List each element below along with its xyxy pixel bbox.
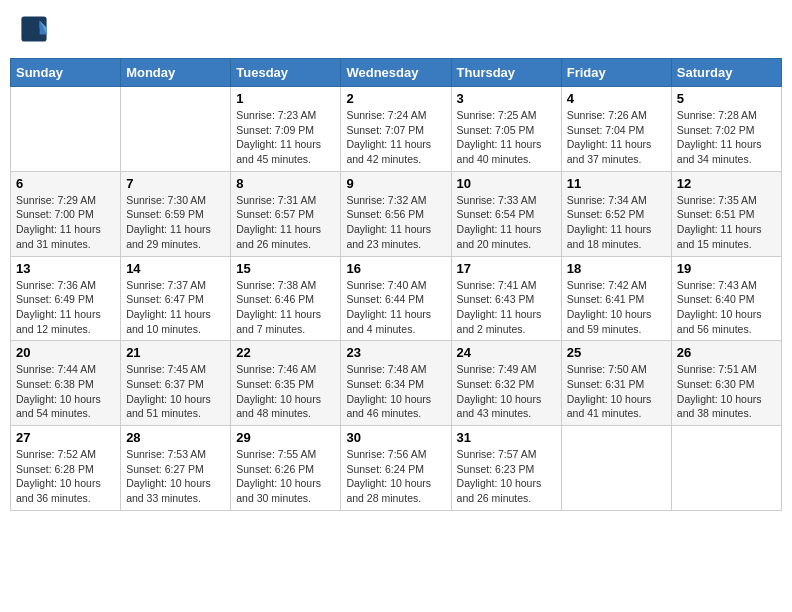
day-number: 14 bbox=[126, 261, 225, 276]
day-info: Sunrise: 7:26 AM Sunset: 7:04 PM Dayligh… bbox=[567, 108, 666, 167]
day-number: 29 bbox=[236, 430, 335, 445]
calendar-cell: 5Sunrise: 7:28 AM Sunset: 7:02 PM Daylig… bbox=[671, 87, 781, 172]
day-number: 23 bbox=[346, 345, 445, 360]
calendar-cell: 14Sunrise: 7:37 AM Sunset: 6:47 PM Dayli… bbox=[121, 256, 231, 341]
calendar-cell: 31Sunrise: 7:57 AM Sunset: 6:23 PM Dayli… bbox=[451, 426, 561, 511]
calendar-cell: 18Sunrise: 7:42 AM Sunset: 6:41 PM Dayli… bbox=[561, 256, 671, 341]
day-info: Sunrise: 7:41 AM Sunset: 6:43 PM Dayligh… bbox=[457, 278, 556, 337]
calendar-week-row: 20Sunrise: 7:44 AM Sunset: 6:38 PM Dayli… bbox=[11, 341, 782, 426]
logo-icon bbox=[20, 15, 48, 43]
day-info: Sunrise: 7:45 AM Sunset: 6:37 PM Dayligh… bbox=[126, 362, 225, 421]
day-info: Sunrise: 7:55 AM Sunset: 6:26 PM Dayligh… bbox=[236, 447, 335, 506]
day-number: 15 bbox=[236, 261, 335, 276]
day-info: Sunrise: 7:37 AM Sunset: 6:47 PM Dayligh… bbox=[126, 278, 225, 337]
day-info: Sunrise: 7:23 AM Sunset: 7:09 PM Dayligh… bbox=[236, 108, 335, 167]
day-number: 3 bbox=[457, 91, 556, 106]
day-number: 30 bbox=[346, 430, 445, 445]
day-info: Sunrise: 7:43 AM Sunset: 6:40 PM Dayligh… bbox=[677, 278, 776, 337]
day-number: 16 bbox=[346, 261, 445, 276]
day-number: 12 bbox=[677, 176, 776, 191]
day-info: Sunrise: 7:50 AM Sunset: 6:31 PM Dayligh… bbox=[567, 362, 666, 421]
day-info: Sunrise: 7:51 AM Sunset: 6:30 PM Dayligh… bbox=[677, 362, 776, 421]
calendar-cell: 12Sunrise: 7:35 AM Sunset: 6:51 PM Dayli… bbox=[671, 171, 781, 256]
calendar-cell: 16Sunrise: 7:40 AM Sunset: 6:44 PM Dayli… bbox=[341, 256, 451, 341]
day-info: Sunrise: 7:40 AM Sunset: 6:44 PM Dayligh… bbox=[346, 278, 445, 337]
day-header-saturday: Saturday bbox=[671, 59, 781, 87]
day-info: Sunrise: 7:38 AM Sunset: 6:46 PM Dayligh… bbox=[236, 278, 335, 337]
day-number: 5 bbox=[677, 91, 776, 106]
day-info: Sunrise: 7:46 AM Sunset: 6:35 PM Dayligh… bbox=[236, 362, 335, 421]
day-header-friday: Friday bbox=[561, 59, 671, 87]
day-number: 24 bbox=[457, 345, 556, 360]
day-info: Sunrise: 7:56 AM Sunset: 6:24 PM Dayligh… bbox=[346, 447, 445, 506]
day-number: 25 bbox=[567, 345, 666, 360]
day-info: Sunrise: 7:35 AM Sunset: 6:51 PM Dayligh… bbox=[677, 193, 776, 252]
day-number: 2 bbox=[346, 91, 445, 106]
day-number: 21 bbox=[126, 345, 225, 360]
calendar-cell: 11Sunrise: 7:34 AM Sunset: 6:52 PM Dayli… bbox=[561, 171, 671, 256]
calendar-week-row: 27Sunrise: 7:52 AM Sunset: 6:28 PM Dayli… bbox=[11, 426, 782, 511]
day-number: 11 bbox=[567, 176, 666, 191]
day-number: 9 bbox=[346, 176, 445, 191]
calendar-cell: 1Sunrise: 7:23 AM Sunset: 7:09 PM Daylig… bbox=[231, 87, 341, 172]
calendar-cell: 21Sunrise: 7:45 AM Sunset: 6:37 PM Dayli… bbox=[121, 341, 231, 426]
day-number: 27 bbox=[16, 430, 115, 445]
calendar-week-row: 1Sunrise: 7:23 AM Sunset: 7:09 PM Daylig… bbox=[11, 87, 782, 172]
day-number: 22 bbox=[236, 345, 335, 360]
day-number: 7 bbox=[126, 176, 225, 191]
calendar-cell: 25Sunrise: 7:50 AM Sunset: 6:31 PM Dayli… bbox=[561, 341, 671, 426]
calendar-cell: 28Sunrise: 7:53 AM Sunset: 6:27 PM Dayli… bbox=[121, 426, 231, 511]
calendar-cell: 15Sunrise: 7:38 AM Sunset: 6:46 PM Dayli… bbox=[231, 256, 341, 341]
day-info: Sunrise: 7:34 AM Sunset: 6:52 PM Dayligh… bbox=[567, 193, 666, 252]
calendar-cell bbox=[671, 426, 781, 511]
day-header-tuesday: Tuesday bbox=[231, 59, 341, 87]
calendar-cell: 19Sunrise: 7:43 AM Sunset: 6:40 PM Dayli… bbox=[671, 256, 781, 341]
calendar-cell: 2Sunrise: 7:24 AM Sunset: 7:07 PM Daylig… bbox=[341, 87, 451, 172]
day-info: Sunrise: 7:48 AM Sunset: 6:34 PM Dayligh… bbox=[346, 362, 445, 421]
calendar-cell: 3Sunrise: 7:25 AM Sunset: 7:05 PM Daylig… bbox=[451, 87, 561, 172]
calendar-cell: 17Sunrise: 7:41 AM Sunset: 6:43 PM Dayli… bbox=[451, 256, 561, 341]
calendar-header-row: SundayMondayTuesdayWednesdayThursdayFrid… bbox=[11, 59, 782, 87]
calendar-cell bbox=[121, 87, 231, 172]
calendar-cell: 6Sunrise: 7:29 AM Sunset: 7:00 PM Daylig… bbox=[11, 171, 121, 256]
day-number: 28 bbox=[126, 430, 225, 445]
day-info: Sunrise: 7:42 AM Sunset: 6:41 PM Dayligh… bbox=[567, 278, 666, 337]
day-number: 8 bbox=[236, 176, 335, 191]
day-number: 6 bbox=[16, 176, 115, 191]
day-number: 31 bbox=[457, 430, 556, 445]
logo bbox=[20, 15, 51, 43]
day-header-monday: Monday bbox=[121, 59, 231, 87]
day-number: 4 bbox=[567, 91, 666, 106]
calendar-cell: 7Sunrise: 7:30 AM Sunset: 6:59 PM Daylig… bbox=[121, 171, 231, 256]
calendar-cell: 8Sunrise: 7:31 AM Sunset: 6:57 PM Daylig… bbox=[231, 171, 341, 256]
day-info: Sunrise: 7:53 AM Sunset: 6:27 PM Dayligh… bbox=[126, 447, 225, 506]
day-info: Sunrise: 7:32 AM Sunset: 6:56 PM Dayligh… bbox=[346, 193, 445, 252]
day-info: Sunrise: 7:28 AM Sunset: 7:02 PM Dayligh… bbox=[677, 108, 776, 167]
calendar-cell: 23Sunrise: 7:48 AM Sunset: 6:34 PM Dayli… bbox=[341, 341, 451, 426]
calendar-cell: 22Sunrise: 7:46 AM Sunset: 6:35 PM Dayli… bbox=[231, 341, 341, 426]
calendar-cell: 9Sunrise: 7:32 AM Sunset: 6:56 PM Daylig… bbox=[341, 171, 451, 256]
day-number: 19 bbox=[677, 261, 776, 276]
day-number: 17 bbox=[457, 261, 556, 276]
calendar-cell: 30Sunrise: 7:56 AM Sunset: 6:24 PM Dayli… bbox=[341, 426, 451, 511]
day-header-thursday: Thursday bbox=[451, 59, 561, 87]
day-info: Sunrise: 7:33 AM Sunset: 6:54 PM Dayligh… bbox=[457, 193, 556, 252]
calendar-week-row: 6Sunrise: 7:29 AM Sunset: 7:00 PM Daylig… bbox=[11, 171, 782, 256]
day-number: 18 bbox=[567, 261, 666, 276]
day-header-sunday: Sunday bbox=[11, 59, 121, 87]
calendar-cell: 4Sunrise: 7:26 AM Sunset: 7:04 PM Daylig… bbox=[561, 87, 671, 172]
day-number: 13 bbox=[16, 261, 115, 276]
page-header bbox=[10, 10, 782, 48]
day-number: 1 bbox=[236, 91, 335, 106]
day-info: Sunrise: 7:24 AM Sunset: 7:07 PM Dayligh… bbox=[346, 108, 445, 167]
calendar-cell: 10Sunrise: 7:33 AM Sunset: 6:54 PM Dayli… bbox=[451, 171, 561, 256]
calendar-cell: 27Sunrise: 7:52 AM Sunset: 6:28 PM Dayli… bbox=[11, 426, 121, 511]
calendar-cell: 13Sunrise: 7:36 AM Sunset: 6:49 PM Dayli… bbox=[11, 256, 121, 341]
day-info: Sunrise: 7:36 AM Sunset: 6:49 PM Dayligh… bbox=[16, 278, 115, 337]
day-number: 10 bbox=[457, 176, 556, 191]
day-number: 20 bbox=[16, 345, 115, 360]
calendar-week-row: 13Sunrise: 7:36 AM Sunset: 6:49 PM Dayli… bbox=[11, 256, 782, 341]
day-header-wednesday: Wednesday bbox=[341, 59, 451, 87]
calendar-cell bbox=[561, 426, 671, 511]
calendar-cell: 26Sunrise: 7:51 AM Sunset: 6:30 PM Dayli… bbox=[671, 341, 781, 426]
